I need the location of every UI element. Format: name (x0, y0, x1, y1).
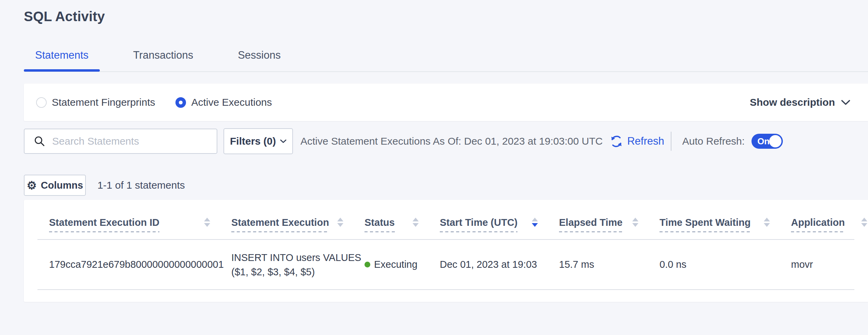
header-cell-application[interactable]: Application (791, 200, 868, 239)
radio-label: Statement Fingerprints (52, 97, 155, 108)
cell-start-time: Dec 01, 2023 at 19:03 (440, 259, 559, 270)
cell-statement: INSERT INTO users VALUES ($1, $2, $3, $4… (231, 250, 365, 279)
sort-icon (413, 218, 419, 227)
page-title: SQL Activity (24, 9, 105, 24)
search-placeholder: Search Statements (52, 135, 139, 147)
cell-execution-id[interactable]: 179cca7921e679b80000000000000001 (49, 259, 231, 270)
column-label: Elapsed Time (559, 217, 622, 232)
radio-statement-fingerprints[interactable]: Statement Fingerprints (36, 97, 155, 108)
statement-line-2: ($1, $2, $3, $4, $5) (231, 265, 315, 279)
filters-label: Filters (0) (230, 135, 276, 147)
as-of-timestamp: Active Statement Executions As Of: Dec 0… (300, 135, 603, 147)
cell-time-spent-waiting: 0.0 ns (660, 259, 791, 270)
filters-button[interactable]: Filters (0) (223, 128, 293, 154)
table-row[interactable]: 179cca7921e679b80000000000000001 INSERT … (24, 240, 868, 289)
column-label: Start Time (UTC) (440, 217, 517, 232)
auto-refresh-toggle[interactable]: On (751, 134, 783, 149)
search-icon (33, 135, 46, 147)
show-description-label: Show description (750, 97, 835, 108)
result-count: 1-1 of 1 statements (97, 179, 185, 191)
column-label: Statement Execution ID (49, 217, 159, 232)
chevron-down-icon (280, 139, 286, 143)
cell-status: Executing (365, 259, 440, 270)
table-controls: ⚙ Columns 1-1 of 1 statements (24, 175, 185, 196)
tab-sessions[interactable]: Sessions (227, 49, 292, 71)
statement-line-1: INSERT INTO users VALUES (231, 250, 361, 265)
sort-icon (337, 218, 343, 227)
show-description-button[interactable]: Show description (750, 84, 850, 121)
column-label: Status (365, 217, 395, 232)
row-separator (37, 289, 854, 290)
radio-active-executions[interactable]: Active Executions (175, 97, 272, 108)
chevron-down-icon (841, 100, 850, 105)
cell-elapsed-time: 15.7 ms (559, 259, 660, 270)
refresh-icon (609, 134, 624, 149)
columns-label: Columns (41, 180, 83, 191)
header-cell-statement-execution[interactable]: Statement Execution (231, 200, 365, 239)
column-label: Time Spent Waiting (660, 217, 750, 232)
toggle-state-label: On (757, 136, 770, 147)
sort-icon (764, 218, 770, 227)
auto-refresh-label: Auto Refresh: (682, 135, 745, 147)
toolbar: Search Statements Filters (0) Active Sta… (24, 128, 868, 154)
cell-application: movr (791, 259, 868, 270)
sort-icon (632, 218, 638, 227)
radio-off-icon (36, 97, 47, 108)
refresh-button[interactable]: Refresh (609, 134, 664, 149)
column-label: Application (791, 217, 845, 232)
columns-button[interactable]: ⚙ Columns (24, 175, 86, 196)
tab-bar: Statements Transactions Sessions (24, 49, 868, 72)
header-cell-statement-execution-id[interactable]: Statement Execution ID (49, 200, 231, 239)
search-input[interactable]: Search Statements (24, 129, 217, 154)
statements-table: Statement Execution ID Statement Executi… (24, 200, 868, 302)
tab-statements[interactable]: Statements (24, 49, 100, 71)
sort-icon (861, 218, 867, 227)
header-cell-elapsed-time[interactable]: Elapsed Time (559, 200, 660, 239)
header-cell-start-time[interactable]: Start Time (UTC) (440, 200, 559, 239)
column-label: Statement Execution (231, 217, 329, 232)
tab-transactions[interactable]: Transactions (122, 49, 204, 71)
radio-label: Active Executions (191, 97, 272, 108)
sql-activity-page: SQL Activity Statements Transactions Ses… (0, 0, 868, 335)
sort-icon (204, 218, 210, 227)
status-dot-icon (365, 262, 370, 267)
status-label: Executing (374, 259, 417, 270)
sort-icon-active-desc (532, 218, 538, 227)
refresh-label: Refresh (627, 135, 664, 147)
gear-icon: ⚙ (27, 180, 37, 191)
toggle-knob (769, 135, 781, 147)
header-cell-time-spent-waiting[interactable]: Time Spent Waiting (660, 200, 791, 239)
view-mode-card: Statement Fingerprints Active Executions… (24, 84, 868, 121)
radio-on-icon (175, 97, 186, 108)
table-header-row: Statement Execution ID Statement Executi… (24, 200, 868, 239)
header-cell-status[interactable]: Status (365, 200, 440, 239)
vertical-divider (671, 132, 671, 151)
